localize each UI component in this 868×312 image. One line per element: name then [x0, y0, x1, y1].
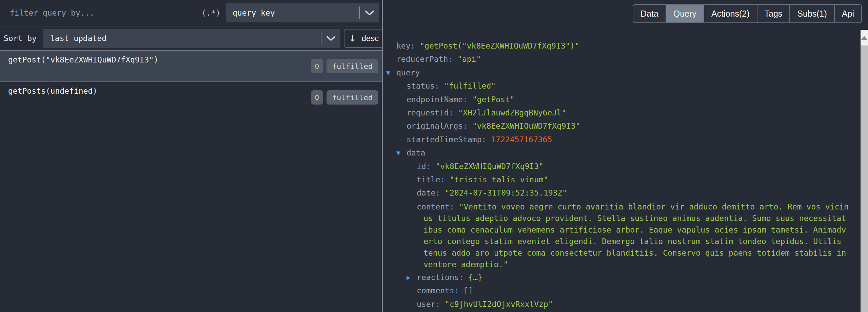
tree-key: comments: [417, 286, 454, 295]
query-key-label: getPosts(undefined): [8, 87, 97, 95]
tree-colon: :: [450, 202, 459, 211]
rtk-query-devtools: (.*) query key Sort by last updated ↓ de: [0, 0, 868, 312]
expand-icon[interactable]: ▶: [407, 271, 411, 285]
tree-value: "Ventito voveo aegre curto avaritia blan…: [423, 202, 849, 269]
tab-api[interactable]: Api: [835, 5, 861, 22]
tree-value: "api": [457, 55, 481, 63]
tree-key: endpointName: [407, 95, 463, 104]
tree-value: "c9jhvUlI2dOjxvRxxlVzp": [445, 300, 553, 309]
query-list-item[interactable]: getPosts(undefined)Qfulfilled: [0, 82, 382, 113]
sort-order-label: desc: [361, 34, 379, 43]
tree-key: originalArgs: [407, 122, 463, 130]
tab-subs[interactable]: Subs(1): [790, 5, 835, 22]
tree-row-query[interactable]: ▼query: [396, 66, 850, 79]
tree-value: "2024-07-31T09:52:35.193Z": [445, 188, 567, 197]
chevron-down-icon: [360, 10, 379, 16]
tree-colon: :: [411, 41, 420, 50]
scrollbar: [861, 30, 868, 312]
tree-colon: :: [426, 162, 436, 171]
query-detail-panel: DataQueryActions(2)TagsSubs(1)Api key: "…: [383, 0, 868, 312]
tab-actions[interactable]: Actions(2): [704, 5, 757, 22]
filter-query-input[interactable]: [0, 8, 202, 17]
tree-row-id: id: "vk8EeZXWHIQuWD7fXq9I3": [396, 160, 850, 173]
detail-tab-bar: DataQueryActions(2)TagsSubs(1)Api: [633, 4, 862, 23]
tree-key: query: [396, 68, 420, 77]
tree-colon: :: [463, 122, 472, 130]
tree-key: content: [417, 202, 450, 211]
status-badge: fulfilled: [327, 59, 378, 73]
tree-value: 1722457167365: [491, 135, 552, 144]
status-badge: fulfilled: [327, 90, 378, 105]
tree-key: requestId: [407, 108, 449, 117]
query-type-badge: Q: [311, 90, 323, 105]
sort-bar: Sort by last updated ↓ desc: [0, 26, 382, 51]
tree-colon: :: [454, 286, 464, 295]
collapse-icon[interactable]: ▼: [396, 147, 400, 160]
filter-by-select[interactable]: query key: [226, 3, 379, 22]
scroll-up-button[interactable]: [861, 30, 868, 45]
tree-key: reducerPath: [396, 55, 448, 63]
tree-colon: :: [435, 81, 444, 90]
tree-value: "getPost("vk8EeZXWHIQuWD7fXq9I3")": [420, 41, 579, 50]
tab-tags[interactable]: Tags: [757, 5, 790, 22]
tree-value: "fulfilled": [444, 81, 496, 90]
tree-key: startedTimeStamp: [407, 135, 482, 144]
tree-value: []: [463, 286, 473, 295]
tree-key: user: [417, 300, 435, 309]
tree-row-user: user: "c9jhvUlI2dOjxvRxxlVzp": [396, 298, 850, 311]
tree-row-date: date: "2024-07-31T09:52:35.193Z": [396, 186, 850, 200]
json-tree: key: "getPost("vk8EeZXWHIQuWD7fXq9I3")"r…: [383, 30, 861, 312]
tree-row-title: title: "tristis talis vinum": [396, 173, 850, 186]
query-key-label: getPost("vk8EeZXWHIQuWD7fXq9I3"): [8, 55, 158, 64]
filter-bar: (.*) query key: [0, 0, 382, 26]
query-list-panel: (.*) query key Sort by last updated ↓ de: [0, 0, 382, 312]
tab-data[interactable]: Data: [633, 5, 666, 22]
scrollbar-thumb[interactable]: [861, 45, 868, 312]
tree-row-requestId: requestId: "XH2lJlauwdZBgqBNy6eJl": [396, 106, 850, 120]
query-list: getPost("vk8EeZXWHIQuWD7fXq9I3")Qfulfill…: [0, 51, 382, 312]
tree-value: "getPost": [472, 95, 515, 104]
tree-colon: :: [435, 188, 445, 197]
tree-row-comments: comments: []: [396, 284, 850, 297]
chevron-down-icon: [321, 36, 340, 41]
query-type-badge: Q: [311, 59, 323, 73]
tree-key: status: [407, 81, 435, 90]
tree-colon: :: [449, 108, 458, 117]
tree-key: date: [417, 188, 435, 197]
tree-colon: :: [482, 135, 491, 144]
tree-colon: :: [448, 55, 457, 63]
regex-toggle[interactable]: (.*): [202, 8, 220, 17]
tree-row-reactions[interactable]: ▶reactions: {…}: [396, 271, 850, 284]
query-list-item[interactable]: getPost("vk8EeZXWHIQuWD7fXq9I3")Qfulfill…: [0, 51, 382, 82]
tree-colon: :: [440, 175, 450, 184]
tree-row-key: key: "getPost("vk8EeZXWHIQuWD7fXq9I3")": [396, 39, 850, 53]
collapse-icon[interactable]: ▼: [386, 67, 390, 80]
tree-value: "XH2lJlauwdZBgqBNy6eJl": [458, 108, 566, 117]
object-preview-open: {: [468, 273, 473, 282]
tree-value: "vk8EeZXWHIQuWD7fXq9I3": [435, 162, 544, 171]
tree-value: "tristis talis vinum": [450, 175, 548, 184]
tree-colon: :: [459, 273, 469, 282]
tree-row-startedTimeStamp: startedTimeStamp: 1722457167365: [396, 133, 850, 146]
sort-by-select-value: last updated: [43, 34, 321, 43]
tab-query[interactable]: Query: [666, 5, 704, 22]
tree-row-reducerPath: reducerPath: "api": [396, 53, 850, 66]
arrow-down-icon: ↓: [349, 34, 356, 43]
tree-row-status: status: "fulfilled": [396, 79, 850, 93]
tree-row-data[interactable]: ▼data: [396, 146, 850, 160]
tree-colon: :: [435, 300, 445, 309]
tree-value: "vk8EeZXWHIQuWD7fXq9I3": [472, 122, 580, 130]
tree-key: reactions: [417, 273, 459, 282]
sort-by-label: Sort by: [4, 34, 37, 43]
query-badges: Qfulfilled: [311, 59, 378, 73]
tree-row-endpointName: endpointName: "getPost": [396, 93, 850, 106]
sort-order-button[interactable]: ↓ desc: [344, 29, 384, 48]
scroll-up-icon: [861, 36, 867, 40]
tree-row-originalArgs: originalArgs: "vk8EeZXWHIQuWD7fXq9I3": [396, 120, 850, 133]
sort-by-select[interactable]: last updated: [43, 29, 340, 48]
object-preview-ellipsis: …: [473, 273, 478, 282]
query-badges: Qfulfilled: [311, 90, 378, 105]
tree-colon: :: [463, 95, 472, 104]
tree-key: title: [417, 175, 440, 184]
filter-by-select-value: query key: [226, 8, 359, 17]
